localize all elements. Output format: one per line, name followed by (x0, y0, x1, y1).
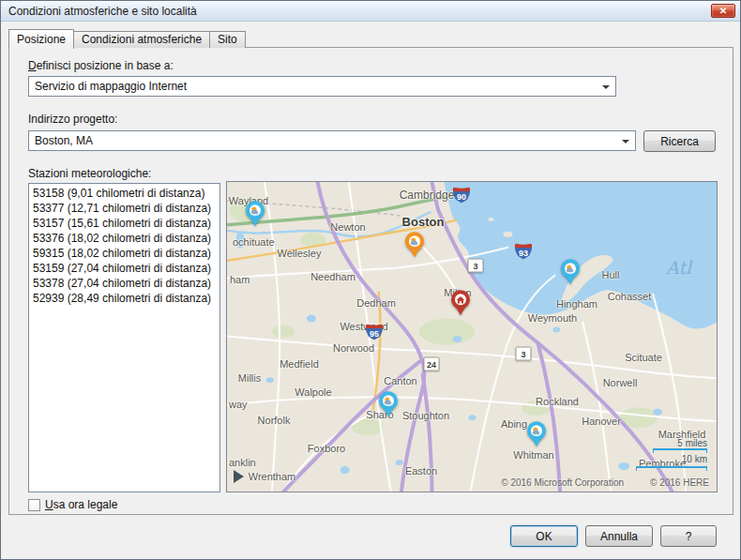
project-address-combobox[interactable]: Boston, MA (28, 130, 636, 151)
map-town-label: Millis (238, 372, 261, 384)
weather-station-item[interactable]: 53159 (27,04 chilometri di distanza) (29, 261, 219, 276)
weather-station-pin[interactable] (561, 259, 580, 284)
map-town-label: Cambridge (400, 189, 455, 202)
map-town-label: Boston (402, 215, 445, 229)
map-town-label: Rockland (536, 396, 579, 407)
map-town-label: Newton (330, 221, 365, 233)
chevron-down-icon (602, 85, 610, 89)
weather-station-icon (531, 424, 542, 438)
weather-station-item[interactable]: 53377 (12,71 chilometri di distanza) (29, 201, 219, 216)
map-town-label: Hanover (582, 416, 621, 427)
map-town-label: Needham (310, 271, 355, 282)
weather-station-item[interactable]: 59315 (18,02 chilometri di distanza) (29, 246, 219, 261)
map-scale: 5 miles 10 km (636, 438, 707, 471)
weather-station-item[interactable]: 52939 (28,49 chilometri di distanza) (29, 291, 219, 306)
scale-miles-bar (653, 448, 707, 453)
map-town-label: Walpole (295, 386, 331, 398)
weather-location-dialog: Condizioni atmosferiche e sito località … (0, 0, 741, 560)
map-town-label: ochituate (233, 236, 275, 248)
define-location-label: Definisci posizione in base a: (28, 59, 174, 72)
route-shield-icon: 24 (424, 357, 440, 371)
scale-km-label: 10 km (682, 454, 707, 464)
tab-strip: Posizione Condizioni atmosferiche Sito (8, 29, 246, 48)
route-shield-icon: 3 (468, 259, 484, 273)
map-town-label: Scituate (625, 352, 662, 363)
map-town-label: Medfield (280, 358, 319, 370)
weather-stations-label: Stazioni meteorologiche: (28, 167, 151, 180)
attribution-microsoft: © 2016 Microsoft Corporation (501, 477, 624, 488)
ok-button[interactable]: OK (510, 525, 578, 547)
weather-station-item[interactable]: 53158 (9,01 chilometri di distanza) (29, 186, 219, 201)
route-shield-icon: 3 (516, 347, 532, 361)
weather-station-icon (383, 394, 394, 408)
project-address-value: Boston, MA (35, 134, 93, 147)
interstate-shield-icon: 95 (366, 325, 384, 341)
dst-label: Usa ora legale (45, 498, 117, 511)
interstate-shield-icon: 93 (515, 244, 533, 260)
close-icon: ✕ (719, 6, 727, 16)
map-town-label: Whitman (513, 449, 553, 461)
dialog-title: Condizioni atmosferiche e sito località (8, 5, 197, 18)
map-town-label: Dedham (356, 297, 396, 309)
weather-station-pin[interactable] (246, 201, 265, 226)
location-method-value: Servizio di mappaggio Internet (35, 80, 187, 93)
map-town-label: Abing (501, 418, 527, 430)
map-town-label: Norwood (333, 342, 374, 354)
ocean-label: Atl (666, 257, 691, 278)
weather-station-pin[interactable] (379, 391, 398, 416)
map-town-label: Norfolk (258, 415, 291, 426)
project-address-label: Indirizzo progetto: (28, 113, 117, 126)
map-town-label: Easton (405, 465, 437, 477)
tab-sito[interactable]: Sito (209, 31, 246, 48)
close-button[interactable]: ✕ (711, 4, 735, 18)
map-town-label: Hull (602, 269, 620, 280)
weather-station-item[interactable]: 53378 (27,04 chilometri di distanza) (29, 276, 219, 291)
weather-station-item[interactable]: 53376 (18,02 chilometri di distanza) (29, 231, 219, 246)
map-town-label: Wellesley (278, 248, 322, 259)
chevron-down-icon (622, 140, 629, 144)
weather-station-icon (250, 204, 261, 218)
help-button[interactable]: ? (660, 525, 717, 547)
position-tab-page: Definisci posizione in base a: Servizio … (8, 47, 733, 515)
scale-km-bar (636, 466, 707, 471)
map-town-label: Cohasset (608, 291, 651, 302)
location-method-select[interactable]: Servizio di mappaggio Internet (28, 76, 616, 97)
map-attribution: © 2016 Microsoft Corporation © 2016 HERE (501, 477, 709, 488)
map-town-label: Wrentham (249, 471, 296, 482)
search-button[interactable]: Ricerca (643, 130, 716, 152)
tab-condizioni-atmosferiche[interactable]: Condizioni atmosferiche (73, 31, 210, 48)
weather-station-pin[interactable] (405, 232, 424, 257)
scale-miles-label: 5 miles (677, 438, 707, 448)
map-town-label: Norwell (603, 377, 638, 388)
attribution-here: © 2016 HERE (650, 477, 709, 488)
map-overlay: Atl 5 miles 10 km © 2016 Microsoft Corpo… (227, 182, 717, 492)
map[interactable]: Atl 5 miles 10 km © 2016 Microsoft Corpo… (226, 181, 718, 492)
dst-checkbox[interactable] (28, 499, 40, 511)
map-town-label: Foxboro (308, 443, 345, 454)
interstate-shield-icon: 90 (453, 188, 471, 204)
cancel-button[interactable]: Annulla (585, 525, 653, 547)
map-town-label: Canton (384, 375, 416, 386)
map-town-label: Weymouth (528, 312, 577, 324)
weather-stations-list[interactable]: 53158 (9,01 chilometri di distanza)53377… (28, 183, 220, 492)
map-town-label: Stoughton (402, 410, 449, 421)
tab-posizione[interactable]: Posizione (8, 29, 74, 49)
title-bar[interactable]: Condizioni atmosferiche e sito località … (1, 1, 740, 22)
bing-logo-icon[interactable] (234, 470, 244, 483)
project-location-pin[interactable] (451, 290, 470, 315)
map-town-label: ham (230, 274, 250, 285)
home-icon (455, 293, 466, 307)
map-town-label: way (229, 399, 248, 410)
dst-checkbox-row[interactable]: Usa ora legale (28, 498, 117, 511)
weather-station-icon (565, 262, 576, 276)
map-town-label: Hingham (556, 298, 597, 310)
weather-station-pin[interactable] (527, 421, 546, 446)
weather-station-icon (409, 235, 420, 249)
map-town-label: anklin (229, 457, 256, 468)
weather-station-item[interactable]: 53157 (15,61 chilometri di distanza) (29, 216, 219, 231)
